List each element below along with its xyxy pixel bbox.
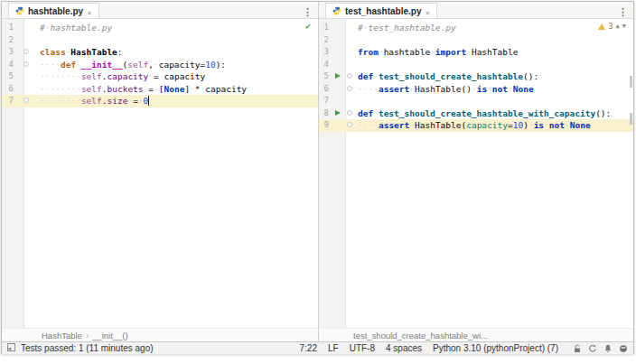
gutter-run-cell[interactable] — [333, 70, 345, 83]
code-text — [354, 59, 633, 71]
line-number: 7 — [2, 95, 22, 107]
line-number: 4 — [2, 59, 22, 71]
python-file-icon — [332, 3, 341, 19]
breadcrumb-item[interactable]: test_should_create_hashtable_wi... — [353, 331, 488, 341]
close-icon[interactable] — [425, 3, 430, 19]
line-number: 1 — [319, 22, 333, 34]
status-widget[interactable]: LF — [328, 343, 339, 353]
status-widget[interactable]: 7:22 — [300, 343, 317, 353]
gutter-run-cell — [333, 95, 345, 107]
tab-label: hashtable.py — [28, 6, 83, 16]
line-number: 3 — [319, 46, 333, 59]
ide-window: hashtable.py ▲ ▼ 1#·hashtable.py23class — [1, 1, 634, 354]
fold-icon[interactable] — [347, 110, 352, 116]
code-text: ····assert·HashTable(capacity=10)·is·not… — [354, 119, 633, 132]
status-bar: Tests passed: 1 (11 minutes ago) 7:22LFU… — [2, 341, 633, 354]
gutter-run-cell — [333, 34, 345, 47]
fold-icon[interactable] — [347, 122, 352, 127]
code-text: ····def·__init__(self,·capacity=10): — [33, 59, 318, 71]
update-icon[interactable] — [588, 344, 597, 353]
gutter-run-cell[interactable] — [333, 107, 345, 120]
fold-cell[interactable] — [22, 95, 33, 107]
fold-icon[interactable] — [23, 61, 29, 67]
code-text — [354, 34, 633, 47]
line-number: 5 — [319, 70, 333, 83]
breadcrumb-item[interactable]: __init__() — [92, 331, 128, 341]
warning-icon — [598, 23, 605, 30]
fold-icon[interactable] — [347, 86, 352, 91]
gutter-run-cell — [333, 83, 345, 96]
bell-icon[interactable] — [603, 344, 613, 353]
code-line[interactable]: 9····assert·HashTable(capacity=10)·is·no… — [319, 119, 633, 132]
fold-cell[interactable] — [345, 83, 354, 96]
status-widget[interactable]: Python 3.10 (pythonProject) (7) — [433, 343, 558, 353]
code-line[interactable]: 8def·test_should_create_hashtable_with_c… — [319, 107, 633, 120]
code-line[interactable]: 3class·HashTable: — [2, 46, 318, 59]
code-line[interactable]: 5········self.capacity·=·capacity — [2, 70, 318, 83]
code-line[interactable]: 1#·test_hashtable.py — [319, 22, 633, 34]
code-line[interactable]: 4 — [319, 59, 633, 71]
code-line[interactable]: 7 — [319, 95, 633, 107]
close-icon[interactable] — [87, 3, 92, 19]
kebab-menu-icon[interactable] — [618, 7, 633, 18]
status-test-result[interactable]: Tests passed: 1 (11 minutes ago) — [21, 343, 154, 353]
status-widget[interactable]: UTF-8 — [350, 343, 375, 353]
fold-cell — [22, 70, 33, 83]
fold-cell[interactable] — [345, 107, 354, 120]
fold-cell[interactable] — [345, 119, 354, 132]
kebab-menu-icon[interactable] — [303, 7, 318, 18]
breadcrumbs-bar: HashTable›__init__() — [2, 328, 318, 341]
code-line[interactable]: 7········self.size·=·0 — [2, 95, 318, 107]
fold-cell — [22, 22, 33, 34]
run-test-icon[interactable] — [335, 73, 341, 79]
code-editor[interactable]: ▲ ▼ 1#·hashtable.py23class·HashTable:4··… — [2, 19, 318, 328]
run-test-icon[interactable] — [335, 110, 341, 116]
breadcrumb-item[interactable]: HashTable — [42, 331, 82, 341]
code-editor[interactable]: 3 ▲ ▼ 1#·test_hashtable.py23from·hashtab… — [319, 19, 633, 328]
code-line[interactable]: 1#·hashtable.py — [2, 22, 318, 34]
inspections-warning-widget[interactable]: 3 ▲ ▼ — [598, 22, 626, 31]
code-line[interactable]: 4····def·__init__(self,·capacity=10): — [2, 59, 318, 71]
tool-window-toggle-icon[interactable] — [7, 343, 15, 353]
python-file-icon — [15, 3, 24, 19]
fold-icon[interactable] — [23, 98, 29, 103]
code-text: #·test_hashtable.py — [354, 22, 633, 34]
text-caret — [148, 96, 149, 106]
fold-cell[interactable] — [22, 46, 33, 59]
line-number: 8 — [319, 107, 333, 120]
editor-pane-test-hashtable: test_hashtable.py 3 ▲ ▼ — [318, 2, 633, 341]
code-line[interactable]: 2 — [319, 34, 633, 47]
tab-hashtable-py[interactable]: hashtable.py — [8, 3, 99, 18]
line-number: 9 — [319, 119, 333, 132]
code-line[interactable]: 6········self.buckets·=·[None]·*·capacit… — [2, 83, 318, 96]
chevron-down-icon[interactable]: ▼ — [622, 23, 626, 30]
inspections-ok-icon[interactable] — [305, 22, 311, 31]
line-number: 6 — [2, 83, 22, 96]
fold-cell — [345, 95, 354, 107]
fold-icon[interactable] — [23, 49, 29, 54]
code-text: def·test_should_create_hashtable(): — [354, 70, 633, 83]
code-line[interactable]: 5def·test_should_create_hashtable(): — [319, 70, 633, 83]
lock-icon[interactable] — [573, 344, 582, 353]
gutter-run-cell — [333, 46, 345, 59]
code-line[interactable]: 3from·hashtable·import·HashTable — [319, 46, 633, 59]
breadcrumbs-bar: test_should_create_hashtable_wi... — [319, 328, 633, 341]
line-number: 3 — [2, 46, 22, 59]
code-line[interactable]: 6····assert·HashTable()·is·not·None — [319, 83, 633, 96]
code-line[interactable]: 2 — [2, 34, 318, 47]
chevron-up-icon[interactable]: ▲ — [616, 23, 620, 30]
status-widget[interactable]: 4 spaces — [386, 343, 422, 353]
code-text: ········self.buckets·=·[None]·*·capacity — [33, 83, 318, 96]
editor-tab-bar: test_hashtable.py — [319, 2, 633, 19]
fold-cell — [345, 59, 354, 71]
fold-cell[interactable] — [345, 70, 354, 83]
code-text: class·HashTable: — [33, 46, 318, 59]
tab-test-hashtable-py[interactable]: test_hashtable.py — [325, 3, 437, 18]
editor-pane-hashtable: hashtable.py ▲ ▼ 1#·hashtable.py23class — [2, 2, 318, 341]
gutter-run-cell — [333, 22, 345, 34]
fold-icon[interactable] — [347, 73, 352, 79]
fold-cell[interactable] — [22, 59, 33, 71]
breadcrumb-separator: › — [86, 331, 89, 341]
notifications-icon[interactable] — [619, 344, 628, 353]
line-number: 4 — [319, 59, 333, 71]
